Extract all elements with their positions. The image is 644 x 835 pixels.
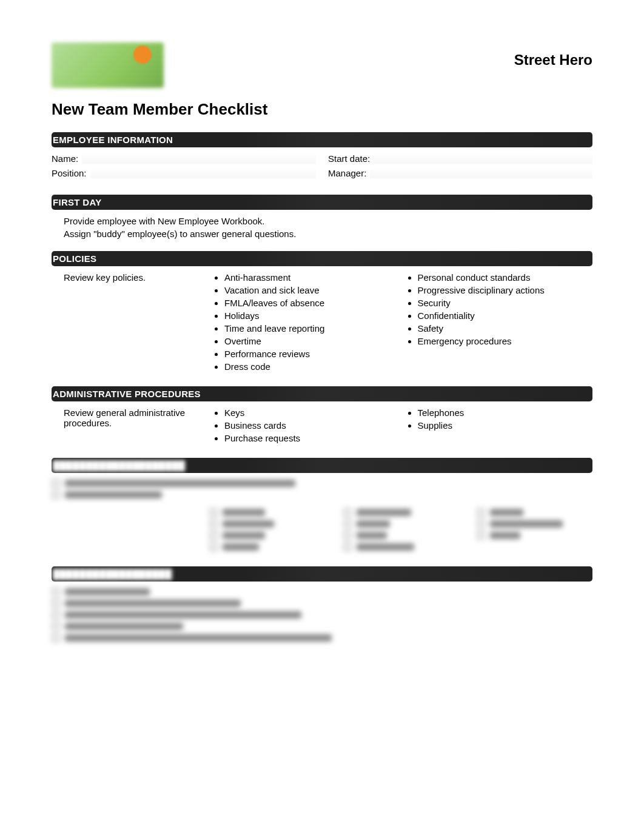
list-item: Holidays bbox=[224, 310, 400, 321]
field-start-date[interactable] bbox=[374, 153, 592, 164]
list-item: Overtime bbox=[224, 336, 400, 346]
field-name[interactable] bbox=[82, 153, 316, 164]
section-heading-admin: ADMINISTRATIVE PROCEDURES bbox=[52, 386, 592, 401]
field-manager[interactable] bbox=[370, 168, 592, 179]
section-heading-blurred: ████████████████████ bbox=[52, 458, 592, 473]
list-item: Supplies bbox=[418, 420, 593, 431]
list-item: Vacation and sick leave bbox=[224, 285, 400, 295]
policies-list-col1: Anti-harassment Vacation and sick leave … bbox=[206, 272, 400, 372]
list-item: Progressive disciplinary actions bbox=[418, 285, 593, 295]
section-employee-information: EMPLOYEE INFORMATION Name: Position: Sta… bbox=[52, 132, 592, 183]
logo bbox=[52, 42, 164, 88]
label-name: Name: bbox=[52, 153, 78, 164]
label-position: Position: bbox=[52, 168, 87, 179]
page-title: New Team Member Checklist bbox=[52, 100, 592, 119]
list-item: Security bbox=[418, 298, 593, 308]
list-item: Confidentiality bbox=[418, 310, 593, 321]
section-blurred-2: ██████████████████ bbox=[52, 566, 592, 642]
admin-lead: Review general administrative procedures… bbox=[52, 407, 206, 446]
section-heading-employee-info: EMPLOYEE INFORMATION bbox=[52, 132, 592, 147]
header: Street Hero bbox=[52, 42, 592, 88]
list-item: Personal conduct standards bbox=[418, 272, 593, 283]
list-item: Anti-harassment bbox=[224, 272, 400, 283]
list-item: Purchase requests bbox=[224, 433, 400, 443]
brand-name: Street Hero bbox=[514, 52, 592, 69]
list-item: Performance reviews bbox=[224, 349, 400, 359]
list-item: Time and leave reporting bbox=[224, 323, 400, 334]
policies-list-col2: Personal conduct standards Progressive d… bbox=[400, 272, 593, 346]
list-item: Telephones bbox=[418, 407, 593, 418]
list-item: Safety bbox=[418, 323, 593, 334]
section-first-day: FIRST DAY Provide employee with New Empl… bbox=[52, 195, 592, 239]
section-heading-policies: POLICIES bbox=[52, 251, 592, 266]
list-item: Dress code bbox=[224, 361, 400, 372]
section-admin-procedures: ADMINISTRATIVE PROCEDURES Review general… bbox=[52, 386, 592, 446]
section-heading-blurred: ██████████████████ bbox=[52, 566, 592, 582]
first-day-item: Assign "buddy" employee(s) to answer gen… bbox=[52, 229, 592, 239]
list-item: Keys bbox=[224, 407, 400, 418]
list-item: FMLA/leaves of absence bbox=[224, 298, 400, 308]
list-item: Business cards bbox=[224, 420, 400, 431]
label-start-date: Start date: bbox=[328, 153, 370, 164]
policies-lead: Review key policies. bbox=[52, 272, 206, 374]
admin-list-col2: Telephones Supplies bbox=[400, 407, 593, 431]
label-manager: Manager: bbox=[328, 168, 366, 179]
section-policies: POLICIES Review key policies. Anti-haras… bbox=[52, 251, 592, 374]
first-day-item: Provide employee with New Employee Workb… bbox=[52, 216, 592, 226]
field-position[interactable] bbox=[90, 168, 316, 179]
admin-list-col1: Keys Business cards Purchase requests bbox=[206, 407, 400, 443]
list-item: Emergency procedures bbox=[418, 336, 593, 346]
section-blurred-1: ████████████████████ bbox=[52, 458, 592, 554]
section-heading-first-day: FIRST DAY bbox=[52, 195, 592, 210]
